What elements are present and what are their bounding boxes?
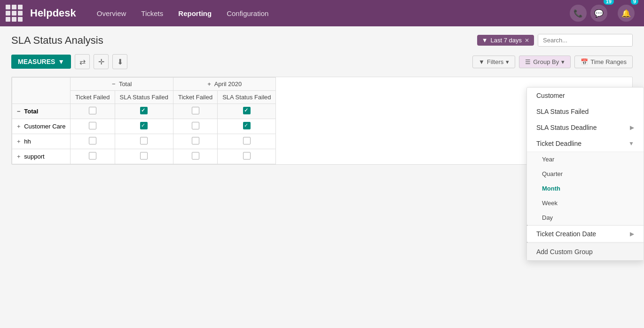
row-expand-hh[interactable]: + (17, 138, 21, 145)
table-row: + Customer Care (12, 119, 276, 134)
dropdown-item-ticket-deadline[interactable]: Ticket Deadline ▼ (527, 136, 644, 152)
row-expand-support[interactable]: + (17, 153, 21, 160)
nav-reporting[interactable]: Reporting (173, 7, 217, 20)
cell-total-ticket-failed[interactable] (71, 104, 115, 119)
subheader-ticket-failed-1: Ticket Failed (71, 91, 115, 104)
subheader-sla-failed-1: SLA Status Failed (115, 91, 173, 104)
row-label-hh: + hh (12, 134, 71, 149)
app-logo: Helpdesk (30, 7, 76, 19)
toolbar-right: ▼ Filters ▾ ☰ Group By ▾ 📅 Time Ranges (472, 56, 633, 68)
dropdown-customer-label: Customer (536, 92, 565, 99)
filter-tag-close-icon[interactable]: ✕ (525, 37, 529, 44)
measures-button[interactable]: MEASURES ▼ (11, 55, 71, 69)
checkbox-checked (140, 122, 148, 129)
move-icon-button[interactable]: ✛ (94, 54, 109, 69)
page-header: SLA Status Analysis ▼ Last 7 days ✕ (11, 34, 633, 47)
dropdown-item-sla-status-failed[interactable]: SLA Status Failed (527, 104, 644, 120)
swap-icon-button[interactable]: ⇄ (75, 54, 90, 69)
subheader-ticket-failed-2: Ticket Failed (173, 91, 217, 104)
notif-badge: 9 (631, 0, 638, 5)
cell-total-sla-failed[interactable] (115, 104, 173, 119)
checkbox-unchecked (243, 137, 251, 144)
chat-icon[interactable]: 💬 (590, 5, 607, 22)
dropdown-item-sla-status-deadline[interactable]: SLA Status Deadline ▶ (527, 120, 644, 136)
table-row: + support (12, 149, 276, 164)
dropdown-sub-year[interactable]: Year (527, 152, 644, 167)
nav-configuration[interactable]: Configuration (221, 7, 274, 20)
cell-support-sla-failed[interactable] (115, 149, 173, 164)
cell-april-total-sla-failed[interactable] (218, 104, 276, 119)
search-wrapper (538, 34, 633, 47)
cell-hh-sla-failed[interactable] (115, 134, 173, 149)
measures-chevron-icon: ▼ (58, 58, 64, 65)
dropdown-sla-status-failed-label: SLA Status Failed (536, 108, 589, 115)
cell-support-ticket-failed[interactable] (71, 149, 115, 164)
checkbox-unchecked (192, 152, 199, 160)
search-input[interactable] (538, 34, 632, 46)
dropdown-sub-quarter[interactable]: Quarter (527, 167, 644, 172)
filter-tag[interactable]: ▼ Last 7 days ✕ (477, 35, 534, 46)
groupby-chevron-icon: ▾ (561, 58, 565, 65)
row-label-support: + support (12, 149, 71, 164)
col-header-total: − Total (71, 78, 173, 91)
checkbox-unchecked (243, 152, 251, 160)
cell-hh-ticket-failed[interactable] (71, 134, 115, 149)
checkbox-unchecked (192, 137, 199, 144)
nav-tickets[interactable]: Tickets (135, 7, 169, 20)
phone-icon[interactable]: 📞 (570, 5, 587, 22)
groupby-icon: ☰ (525, 58, 531, 65)
download-icon-button[interactable]: ⬇ (112, 54, 127, 69)
cell-april-support-ticket-failed[interactable] (173, 149, 217, 164)
filter-tag-label: Last 7 days (491, 37, 522, 44)
timeranges-label: Time Ranges (590, 58, 627, 65)
filters-button[interactable]: ▼ Filters ▾ (472, 56, 515, 68)
row-label-customercare: + Customer Care (12, 119, 71, 134)
table-row: + hh (12, 134, 276, 149)
apps-grid-icon[interactable] (6, 5, 23, 22)
checkbox-unchecked (192, 107, 199, 114)
filter-funnel-icon: ▼ (482, 37, 488, 44)
dropdown-sla-deadline-label: SLA Status Deadline (536, 124, 597, 131)
table-row: − Total (12, 104, 276, 119)
nav-overview[interactable]: Overview (91, 7, 132, 20)
filters-chevron-icon: ▾ (506, 58, 509, 65)
filters-label: Filters (487, 58, 503, 65)
top-navigation: Helpdesk Overview Tickets Reporting Conf… (0, 0, 644, 26)
cell-april-hh-sla-failed[interactable] (218, 134, 276, 149)
cell-cc-sla-failed[interactable] (115, 119, 173, 134)
search-bar: ▼ Last 7 days ✕ (477, 34, 633, 47)
groupby-button[interactable]: ☰ Group By ▾ (519, 56, 571, 68)
timeranges-icon: 📅 (581, 58, 588, 65)
cell-april-cc-ticket-failed[interactable] (173, 119, 217, 134)
checkbox-checked (140, 107, 148, 114)
page-title: SLA Status Analysis (11, 34, 103, 47)
checkbox-unchecked (140, 137, 148, 144)
chat-badge: 19 (604, 0, 614, 5)
dropdown-ticket-deadline-label: Ticket Deadline (536, 140, 581, 147)
cell-april-total-ticket-failed[interactable] (173, 104, 217, 119)
checkbox-checked (243, 122, 251, 129)
filters-icon: ▼ (479, 58, 485, 65)
cell-april-hh-ticket-failed[interactable] (173, 134, 217, 149)
row-header-empty (12, 78, 71, 104)
col-april-plus[interactable]: + (207, 80, 211, 88)
dropdown-ticket-deadline-arrow: ▼ (628, 140, 634, 147)
row-expand-total[interactable]: − (17, 108, 21, 115)
cell-cc-ticket-failed[interactable] (71, 119, 115, 134)
groupby-label: Group By (533, 58, 559, 65)
cell-april-support-sla-failed[interactable] (218, 149, 276, 164)
cell-april-cc-sla-failed[interactable] (218, 119, 276, 134)
dropdown-sla-deadline-arrow: ▶ (630, 124, 634, 131)
timeranges-button[interactable]: 📅 Time Ranges (574, 56, 633, 68)
toolbar: MEASURES ▼ ⇄ ✛ ⬇ ▼ Filters ▾ ☰ Group By … (11, 54, 633, 69)
col-total-minus[interactable]: − (112, 80, 116, 88)
checkbox-unchecked (89, 107, 96, 114)
row-expand-customercare[interactable]: + (17, 123, 21, 130)
groupby-dropdown: Customer SLA Status Failed SLA Status De… (526, 87, 644, 172)
checkbox-unchecked (89, 122, 96, 129)
subheader-sla-failed-2: SLA Status Failed (218, 91, 276, 104)
notifications-icon[interactable]: 🔔 (618, 5, 635, 22)
dropdown-item-customer[interactable]: Customer (527, 88, 644, 104)
checkbox-unchecked (192, 122, 199, 129)
checkbox-unchecked (89, 152, 96, 160)
